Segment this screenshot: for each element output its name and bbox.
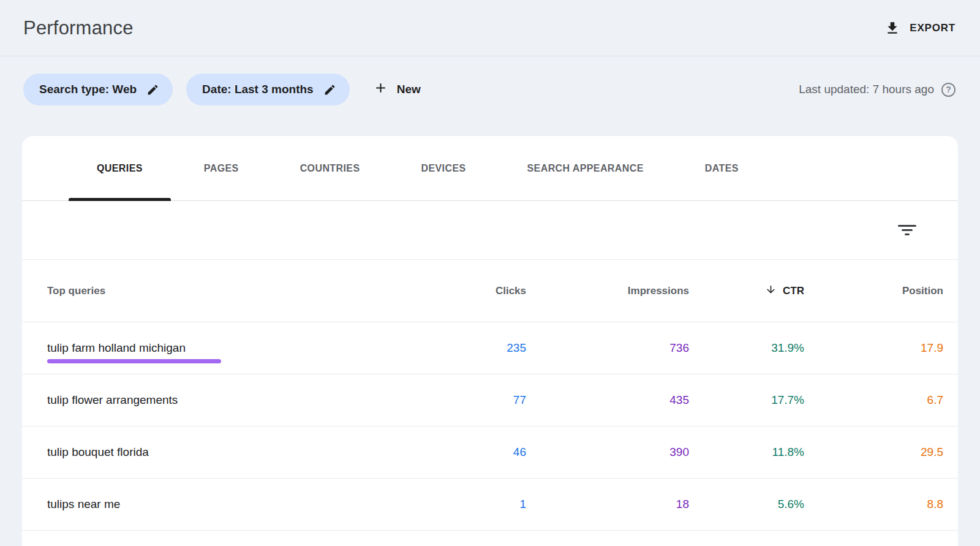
query-cell: tulips near me — [47, 498, 422, 511]
ctr-value: 31.9% — [689, 341, 804, 355]
query-text: tulip farm holland michigan — [47, 341, 186, 354]
impressions-value: 435 — [526, 393, 689, 407]
impressions-value: 736 — [526, 341, 689, 355]
pencil-icon — [146, 83, 159, 96]
filter-icon — [898, 224, 916, 237]
arrow-down-icon — [765, 284, 777, 298]
column-header-ctr-label: CTR — [783, 285, 804, 297]
column-header-impressions[interactable]: Impressions — [526, 285, 689, 297]
table-row[interactable]: tulip flower arrangements 77 435 17.7% 6… — [22, 374, 958, 427]
table-header-row: Top queries Clicks Impressions CTR Posit… — [22, 260, 958, 322]
tab-search-appearance[interactable]: SEARCH APPEARANCE — [497, 136, 674, 200]
impressions-value: 18 — [526, 498, 689, 511]
date-chip-label: Date: Last 3 months — [202, 83, 314, 96]
column-header-clicks[interactable]: Clicks — [422, 285, 526, 297]
export-button[interactable]: EXPORT — [884, 20, 956, 36]
new-filter-button[interactable]: New — [373, 80, 421, 99]
column-header-ctr[interactable]: CTR — [689, 284, 804, 298]
filter-bar: Search type: Web Date: Last 3 months New… — [0, 74, 980, 105]
column-header-top-queries[interactable]: Top queries — [47, 285, 422, 297]
last-updated: Last updated: 7 hours ago ? — [799, 83, 956, 97]
tab-countries[interactable]: COUNTRIES — [270, 136, 391, 200]
performance-card: QUERIES PAGES COUNTRIES DEVICES SEARCH A… — [22, 136, 958, 546]
tab-dates[interactable]: DATES — [674, 136, 769, 200]
tab-queries[interactable]: QUERIES — [66, 136, 173, 200]
column-header-position[interactable]: Position — [804, 285, 943, 297]
highlight-underline — [47, 359, 221, 363]
filter-rows-button[interactable] — [894, 221, 920, 240]
clicks-value: 1 — [422, 498, 526, 511]
ctr-value: 11.8% — [689, 446, 804, 459]
position-value: 6.7 — [804, 393, 943, 407]
query-text: tulip flower arrangements — [47, 393, 178, 406]
query-text: tulips near me — [47, 498, 120, 510]
search-type-chip[interactable]: Search type: Web — [23, 74, 173, 105]
query-cell: tulip farm holland michigan — [47, 341, 422, 355]
table-row[interactable]: tulip farm holland michigan 235 736 31.9… — [22, 322, 958, 374]
table-toolbar — [22, 201, 958, 260]
page-header: Performance EXPORT — [0, 0, 980, 56]
new-filter-label: New — [397, 83, 421, 96]
tab-devices[interactable]: DEVICES — [390, 136, 496, 200]
ctr-value: 5.6% — [689, 498, 804, 511]
clicks-value: 77 — [422, 393, 526, 407]
tab-pages[interactable]: PAGES — [173, 136, 270, 200]
query-cell: tulip bouquet florida — [47, 446, 422, 459]
pencil-icon — [323, 83, 336, 96]
table-row[interactable]: tulip bouquet florida 46 390 11.8% 29.5 — [22, 427, 958, 479]
query-text: tulip bouquet florida — [47, 446, 149, 458]
ctr-value: 17.7% — [689, 393, 804, 407]
last-updated-text: Last updated: 7 hours ago — [799, 83, 934, 96]
search-type-chip-label: Search type: Web — [39, 83, 137, 96]
impressions-value: 390 — [526, 446, 689, 459]
table-row[interactable]: tulips near me 1 18 5.6% 8.8 — [22, 479, 958, 531]
date-chip[interactable]: Date: Last 3 months — [186, 74, 350, 105]
position-value: 8.8 — [804, 498, 943, 511]
query-cell: tulip flower arrangements — [47, 393, 422, 407]
position-value: 29.5 — [804, 446, 943, 459]
clicks-value: 46 — [422, 446, 526, 459]
clicks-value: 235 — [422, 341, 526, 355]
page-title: Performance — [23, 17, 134, 39]
export-label: EXPORT — [910, 22, 956, 34]
download-icon — [884, 20, 900, 36]
tab-bar: QUERIES PAGES COUNTRIES DEVICES SEARCH A… — [22, 136, 958, 201]
plus-icon — [373, 80, 388, 99]
position-value: 17.9 — [804, 341, 943, 355]
question-circle-icon[interactable]: ? — [941, 83, 956, 97]
